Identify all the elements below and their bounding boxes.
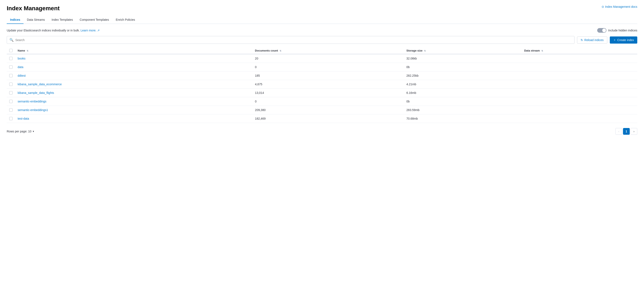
index-link-2[interactable]: ddtest (18, 74, 26, 77)
row-data-stream-0 (522, 54, 637, 63)
row-docs-count-4: 13,014 (252, 89, 404, 97)
row-data-stream-7 (522, 114, 637, 123)
row-storage-size-4: 6.16mb (404, 89, 522, 97)
create-index-button[interactable]: ＋ Create index (610, 36, 637, 44)
table-row: semantic-embeddings 0 0b (7, 97, 637, 106)
table-row: kibana_sample_data_flights 13,014 6.16mb (7, 89, 637, 97)
row-checkbox-2[interactable] (9, 74, 12, 77)
page-1-button[interactable]: 1 (623, 128, 630, 135)
row-docs-count-2: 185 (252, 71, 404, 80)
row-data-stream-3 (522, 80, 637, 89)
tabs: Indices Data Streams Index Templates Com… (7, 16, 637, 24)
row-data-stream-4 (522, 89, 637, 97)
docs-link[interactable]: ⊙ Index Management docs (602, 5, 637, 8)
toggle-label: Include hidden indices (608, 29, 637, 32)
search-icon: 🔍 (10, 38, 14, 42)
next-page-button[interactable]: › (630, 128, 637, 135)
tab-enrich-policies[interactable]: Enrich Policies (112, 16, 138, 24)
row-storage-size-1: 0b (404, 63, 522, 71)
col-storage-size[interactable]: Storage size ⇅ (404, 47, 522, 54)
docs-icon: ⊙ (602, 5, 604, 8)
rows-per-page-label: Rows per page: 10 (7, 130, 32, 133)
index-link-0[interactable]: books (18, 57, 26, 60)
row-storage-size-2: 282.25kb (404, 71, 522, 80)
row-docs-count-6: 209,380 (252, 106, 404, 114)
index-link-6[interactable]: semantic-embeddings1 (18, 108, 48, 112)
index-link-1[interactable]: data (18, 65, 23, 69)
row-name-2: ddtest (15, 71, 252, 80)
row-docs-count-3: 4,675 (252, 80, 404, 89)
table-row: data 0 0b (7, 63, 637, 71)
search-box: 🔍 (7, 36, 574, 44)
table-row: ddtest 185 282.25kb (7, 71, 637, 80)
row-name-1: data (15, 63, 252, 71)
row-docs-count-5: 0 (252, 97, 404, 106)
row-checkbox-4[interactable] (9, 91, 12, 95)
row-name-6: semantic-embeddings1 (15, 106, 252, 114)
plus-icon: ＋ (613, 38, 616, 42)
row-name-4: kibana_sample_data_flights (15, 89, 252, 97)
row-data-stream-1 (522, 63, 637, 71)
rows-per-page[interactable]: Rows per page: 10 ▾ (7, 130, 34, 133)
table-row: test-data 182,469 70.68mb (7, 114, 637, 123)
row-name-3: kibana_sample_data_ecommerce (15, 80, 252, 89)
tab-component-templates[interactable]: Component Templates (76, 16, 112, 24)
col-docs-count[interactable]: Documents count ⇅ (252, 47, 404, 54)
hidden-indices-toggle[interactable] (597, 28, 606, 33)
row-name-0: books (15, 54, 252, 63)
col-data-stream[interactable]: Data stream ⇅ (522, 47, 637, 54)
tab-indices[interactable]: Indices (7, 16, 24, 24)
row-checkbox-6[interactable] (9, 108, 12, 112)
description-text: Update your Elasticsearch indices indivi… (7, 29, 100, 32)
row-docs-count-7: 182,469 (252, 114, 404, 123)
row-checkbox-1[interactable] (9, 65, 12, 69)
tab-data-streams[interactable]: Data Streams (24, 16, 48, 24)
index-link-7[interactable]: test-data (18, 117, 29, 120)
page-title: Index Management (7, 5, 60, 12)
row-storage-size-7: 70.68mb (404, 114, 522, 123)
row-checkbox-0[interactable] (9, 57, 12, 60)
prev-page-button[interactable]: ‹ (616, 128, 622, 135)
index-link-3[interactable]: kibana_sample_data_ecommerce (18, 83, 62, 86)
reload-indices-button[interactable]: ↻ Reload indices (577, 36, 607, 44)
search-input[interactable] (15, 38, 572, 42)
table-row: semantic-embeddings1 209,380 283.59mb (7, 106, 637, 114)
reload-icon: ↻ (580, 38, 583, 42)
table-row: books 20 32.06kb (7, 54, 637, 63)
table-row: kibana_sample_data_ecommerce 4,675 4.21m… (7, 80, 637, 89)
row-checkbox-7[interactable] (9, 117, 12, 120)
row-data-stream-6 (522, 106, 637, 114)
row-storage-size-3: 4.21mb (404, 80, 522, 89)
index-link-5[interactable]: semantic-embeddings (18, 100, 46, 103)
row-storage-size-5: 0b (404, 97, 522, 106)
row-data-stream-5 (522, 97, 637, 106)
row-data-stream-2 (522, 71, 637, 80)
tab-index-templates[interactable]: Index Templates (48, 16, 76, 24)
learn-more-link[interactable]: Learn more. ↗ (80, 29, 100, 32)
pagination: ‹ 1 › (616, 128, 637, 135)
index-link-4[interactable]: kibana_sample_data_flights (18, 91, 54, 95)
row-name-7: test-data (15, 114, 252, 123)
row-checkbox-3[interactable] (9, 83, 12, 86)
rows-per-page-chevron: ▾ (33, 130, 34, 133)
row-docs-count-0: 20 (252, 54, 404, 63)
select-all-checkbox[interactable] (9, 49, 12, 52)
row-name-5: semantic-embeddings (15, 97, 252, 106)
col-name[interactable]: Name ⇅ (15, 47, 252, 54)
row-storage-size-6: 283.59mb (404, 106, 522, 114)
indices-table: Name ⇅ Documents count ⇅ Storage size ⇅ … (7, 47, 637, 123)
row-docs-count-1: 0 (252, 63, 404, 71)
row-storage-size-0: 32.06kb (404, 54, 522, 63)
row-checkbox-5[interactable] (9, 100, 12, 103)
